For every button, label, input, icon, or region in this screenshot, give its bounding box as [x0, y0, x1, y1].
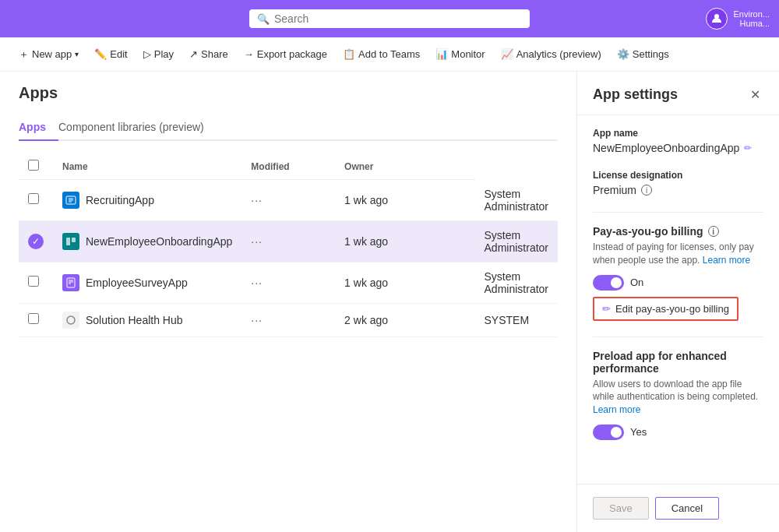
pay-section-desc: Instead of paying for licenses, only pay…	[593, 241, 763, 267]
row-checkbox[interactable]	[28, 193, 39, 204]
col-name: Name	[53, 153, 241, 180]
add-to-teams-button[interactable]: 📋 Add to Teams	[337, 45, 426, 63]
app-name-cell: EmployeeSurveyApp	[53, 262, 241, 303]
svg-rect-5	[66, 238, 70, 245]
divider-1	[593, 212, 763, 213]
pay-section-title: Pay-as-you-go billing i	[593, 225, 763, 238]
app-icon	[62, 274, 79, 291]
row-context-menu[interactable]: ···	[251, 314, 263, 326]
edit-icon: ✏️	[94, 48, 107, 60]
row-check-selected: ✓	[28, 234, 44, 249]
select-all-checkbox[interactable]	[28, 160, 39, 171]
main-content: Apps Apps Component libraries (preview) …	[0, 72, 779, 532]
settings-title: App settings	[593, 86, 678, 103]
app-name-text: EmployeeSurveyApp	[86, 277, 188, 289]
settings-header: App settings ✕	[577, 72, 779, 115]
app-modified: 1 wk ago	[335, 262, 474, 303]
preload-toggle-label: Yes	[630, 426, 647, 438]
pay-toggle-label: On	[630, 277, 643, 288]
share-button[interactable]: ↗ Share	[183, 45, 234, 63]
app-name-text: Solution Health Hub	[86, 314, 183, 326]
col-check	[19, 153, 53, 180]
analytics-button[interactable]: 📈 Analytics (preview)	[495, 45, 608, 63]
app-name-text: NewEmployeeOnboardingApp	[86, 235, 232, 248]
table-row[interactable]: ✓ NewEmployeeOnboardingApp ···1 wk agoSy…	[19, 220, 558, 262]
teams-icon: 📋	[343, 48, 355, 60]
left-panel: Apps Apps Component libraries (preview) …	[0, 72, 576, 532]
license-label: License designation	[593, 170, 763, 181]
divider-2	[593, 336, 763, 337]
plus-icon: ＋	[19, 48, 29, 62]
svg-rect-7	[67, 278, 75, 287]
settings-icon: ⚙️	[617, 48, 629, 60]
monitor-button[interactable]: 📊 Monitor	[429, 45, 491, 63]
pay-info-icon[interactable]: i	[708, 226, 719, 237]
row-context-menu[interactable]: ···	[251, 235, 263, 248]
play-button[interactable]: ▷ Play	[137, 45, 180, 63]
license-value: Premium i	[593, 184, 763, 196]
svg-point-11	[67, 316, 75, 324]
table-row[interactable]: EmployeeSurveyApp ···1 wk agoSystem Admi…	[19, 262, 558, 303]
close-settings-button[interactable]: ✕	[747, 84, 763, 105]
app-icon	[62, 233, 79, 250]
save-button[interactable]: Save	[593, 497, 649, 520]
table-row[interactable]: Solution Health Hub ···2 wk agoSYSTEM	[19, 303, 558, 336]
play-icon: ▷	[143, 48, 151, 60]
analytics-icon: 📈	[501, 48, 513, 60]
preload-section-title: Preload app for enhanced performance	[593, 350, 763, 375]
app-name-inner: RecruitingApp	[62, 192, 232, 209]
preload-toggle-row: Yes	[593, 425, 763, 440]
row-checkbox[interactable]	[28, 276, 39, 287]
app-name-edit-icon[interactable]: ✏	[744, 143, 752, 153]
app-modified: 2 wk ago	[335, 303, 474, 336]
pay-learn-more[interactable]: Learn more	[703, 255, 750, 266]
tab-apps[interactable]: Apps	[19, 115, 58, 141]
preload-toggle[interactable]	[593, 425, 624, 440]
license-group: License designation Premium i	[593, 170, 763, 196]
chevron-down-icon: ▾	[75, 50, 79, 58]
app-name-text: RecruitingApp	[86, 194, 154, 206]
search-input[interactable]	[274, 12, 522, 25]
pay-toggle[interactable]	[593, 275, 624, 291]
user-info: Environ... Huma...	[706, 8, 770, 30]
search-icon: 🔍	[257, 13, 270, 25]
preload-section-desc: Allow users to download the app file whi…	[593, 378, 763, 417]
app-modified: 1 wk ago	[335, 220, 474, 262]
app-icon	[62, 192, 79, 209]
app-name-cell: RecruitingApp	[53, 180, 241, 221]
user-label: Huma...	[734, 19, 770, 28]
edit-button[interactable]: ✏️ Edit	[88, 45, 133, 63]
edit-billing-button[interactable]: ✏ Edit pay-as-you-go billing	[593, 297, 738, 321]
app-owner: System Administrator	[475, 180, 558, 221]
pay-toggle-row: On	[593, 275, 763, 291]
app-icon	[62, 312, 79, 329]
app-name-value: NewEmployeeOnboardingApp ✏	[593, 142, 763, 154]
settings-footer: Save Cancel	[577, 484, 779, 532]
row-context-menu[interactable]: ···	[251, 277, 263, 289]
license-info-icon[interactable]: i	[641, 185, 652, 196]
search-box[interactable]: 🔍	[249, 9, 530, 28]
share-icon: ↗	[189, 48, 198, 60]
settings-button[interactable]: ⚙️ Settings	[611, 45, 675, 63]
row-context-menu[interactable]: ···	[251, 194, 263, 206]
cancel-button[interactable]: Cancel	[655, 497, 719, 520]
env-label: Environ...	[734, 9, 770, 19]
apps-table: Name Modified Owner RecruitingApp ···1 w…	[19, 153, 558, 337]
export-package-button[interactable]: → Export package	[238, 45, 333, 63]
new-app-button[interactable]: ＋ New app ▾	[12, 44, 85, 65]
table-row[interactable]: RecruitingApp ···1 wk agoSystem Administ…	[19, 180, 558, 221]
app-owner: SYSTEM	[475, 303, 558, 336]
preload-learn-more[interactable]: Learn more	[593, 404, 640, 415]
app-name-group: App name NewEmployeeOnboardingApp ✏	[593, 128, 763, 154]
app-owner: System Administrator	[475, 220, 558, 262]
user-avatar	[706, 8, 728, 30]
toolbar: ＋ New app ▾ ✏️ Edit ▷ Play ↗ Share → Exp…	[0, 37, 779, 72]
row-checkbox[interactable]	[28, 313, 39, 324]
app-modified: 1 wk ago	[335, 180, 474, 221]
app-name-label: App name	[593, 128, 763, 139]
app-name-inner: EmployeeSurveyApp	[62, 274, 232, 291]
settings-body: App name NewEmployeeOnboardingApp ✏ Lice…	[577, 115, 779, 484]
tab-component-libraries[interactable]: Component libraries (preview)	[58, 115, 217, 141]
top-bar: 🔍 Environ... Huma...	[0, 0, 779, 37]
preload-group: Preload app for enhanced performance All…	[593, 350, 763, 440]
